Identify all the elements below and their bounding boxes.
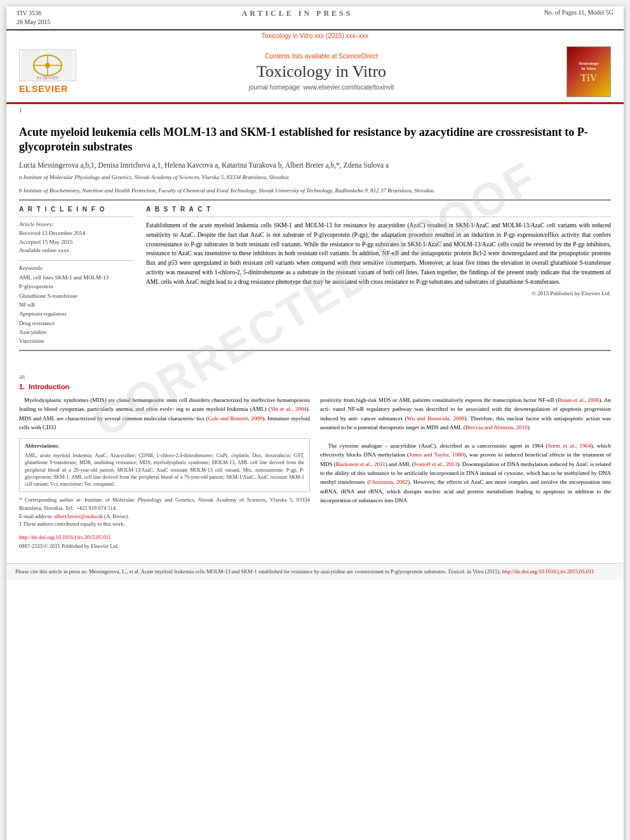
citation-bar: Please cite this article in press as: Me… [6,563,624,580]
intro-left-text: Myelodysplastic syndromes (MDS) are clon… [19,396,310,432]
info-rule [19,217,133,217]
elsevier-logo-box: ELSEVIER [19,50,76,81]
spacer-45-47 [19,355,611,374]
journal-url: journal homepage: www.elsevier.com/locat… [89,84,554,91]
citation-text: Please cite this article in press as: Me… [15,568,500,575]
abstract-rule [146,217,611,217]
intro-heading-row: 1. Introduction [19,383,611,390]
top-bar-right: No. of Pages 11, Model 5G [544,9,613,16]
available-online: Available online xxxx [19,246,133,255]
abbreviations-text: AML, acute myeloid leukemia; AzaC, Azacy… [25,452,304,488]
journal-header: ELSEVIER ELSEVIER Contents lists availab… [6,41,624,104]
page-number: 1 [6,104,624,116]
abbreviations-title: Abbreviations: [25,443,304,450]
article-info-col: A R T I C L E I N F O Article history: R… [19,206,133,346]
doi-footer: http://dx.doi.org/10.1016/j.tiv.2015.05.… [19,533,310,550]
ref-christman-2002: Christman, 2002 [369,479,408,485]
citation-link[interactable]: http://dx.doi.org/10.1016/j.tiv.2015.05.… [502,568,594,575]
keyword-4: NF-κB [19,300,133,309]
doi-line: Toxicology in Vitro xxx (2015) xxx–xxx [6,30,624,41]
ref-braun-2006: Braun et al., 2006 [558,397,599,403]
ref-jones-1980: Jones and Taylor, 1980 [409,451,464,458]
email-suffix: (A. Breier). [104,513,129,519]
footnote-email: E-mail address: albert.breier@stuba.sk (… [19,512,310,521]
footnote-star: * Corresponding author at: Institute of … [19,496,310,512]
received-date: Received 13 December 2014 [19,229,133,238]
tiv-cover-image: Toxicologyin Vitro TiV [566,46,611,97]
affiliation-1: a Institute of Molecular Physiology and … [19,173,611,182]
keyword-6: Drug resistance [19,319,133,328]
keyword-8: Vincristine [19,337,133,345]
section-number: 1. [19,383,25,390]
elsevier-logo: ELSEVIER ELSEVIER [19,50,76,94]
doi-text-2: 0887-2333/© 2015 Published by Elsevier L… [19,542,310,551]
keyword-3: Glutathione S-transferase [19,291,133,300]
abstract-heading: A B S T R A C T [146,206,611,213]
doi-link-1[interactable]: http://dx.doi.org/10.1016/j.tiv.2015.05.… [19,533,310,542]
section-divider [19,350,611,351]
ref-buckstein-2011: Buckstein et al., 2011 [336,461,385,467]
elsevier-text: ELSEVIER [19,84,68,94]
main-content: Acute myeloid leukemia cells MOLM-13 and… [6,125,624,550]
journal-title: Toxicology in Vitro [89,62,554,81]
intro-left-col: Myelodysplastic syndromes (MDS) are clon… [19,396,310,551]
keyword-1: AML cell lines SKM-1 and MOLM-13 [19,273,133,282]
svg-text:ELSEVIER: ELSEVIER [37,76,58,79]
journal-id: TIV 3536 [17,9,50,18]
abstract-col: A B S T R A C T Establishment of the acu… [146,206,611,346]
top-bar-left: TIV 3536 26 May 2015 [17,9,50,27]
sciencedirect-text: Contents lists available at ScienceDirec… [265,53,378,60]
pub-date: 26 May 2015 [17,18,50,27]
ref-wu-2009: Wu and Bonavida, 2009 [407,415,465,422]
abbreviations-box: Abbreviations: AML, acute myeloid leukem… [19,438,310,492]
article-info-heading: A R T I C L E I N F O [19,206,133,213]
article-title: Acute myeloid leukemia cells MOLM-13 and… [19,125,611,155]
accepted-date: Accepted 15 May 2015 [19,238,133,247]
ref-sorm-1964: Sorm et al., 1964 [548,443,591,449]
keyword-5: Apoptosis regulators [19,309,133,318]
keywords-label: Keywords: [19,265,133,271]
authors-text: Lucia Messingerova a,b,1, Denisa Imricho… [19,161,389,169]
copyright-line: © 2015 Published by Elsevier Ltd. [146,290,611,297]
article-in-press-label: ARTICLE IN PRESS [242,9,353,18]
intro-right-text: positivity from high-risk MDS or AML pat… [320,396,611,505]
intro-two-col: Myelodysplastic syndromes (MDS) are clon… [19,396,611,551]
email-address[interactable]: albert.breier@stuba.sk [54,513,103,519]
ref-gale-2009: Gale and Bennett, 2009 [208,415,263,422]
ref-shi-2004: Shi et al., 2004 [271,406,307,412]
ref-ivanoff-2013: Ivanoff et al., 2013 [414,461,458,467]
top-bar: TIV 3536 26 May 2015 ARTICLE IN PRESS No… [6,6,624,30]
intro-section-title: Introduction [29,383,69,390]
line-48-label: 48 [19,374,611,380]
keyword-2: P-glycoprotein [19,282,133,291]
journal-center: Contents lists available at ScienceDirec… [76,53,566,91]
page: TIV 3536 26 May 2015 ARTICLE IN PRESS No… [6,6,624,840]
thick-divider [19,199,611,201]
keyword-7: Azacytidine [19,328,133,337]
keywords-section: Keywords: AML cell lines SKM-1 and MOLM-… [19,260,133,346]
authors-line: Lucia Messingerova a,b,1, Denisa Imricho… [19,160,611,171]
keywords-rule [19,260,133,261]
email-label: E-mail address: [19,513,53,519]
svg-point-4 [45,63,50,68]
footnote-contributed: 1 These authors contributed equally to t… [19,520,310,528]
sciencedirect-link[interactable]: Contents lists available at ScienceDirec… [89,53,554,60]
history-label: Article history: [19,221,133,227]
ref-breccia-2010: Breccia and Alimena, 2010 [466,424,528,430]
abstract-text: Establishment of the acute myeloid leuke… [146,221,611,286]
intro-right-col: positivity from high-risk MDS or AML pat… [320,396,611,551]
footnote-corresponding: * Corresponding author at: Institute of … [19,496,310,528]
affiliation-2: b Institute of Biochemistry, Nutrition a… [19,187,611,195]
info-abstract-section: A R T I C L E I N F O Article history: R… [19,206,611,346]
